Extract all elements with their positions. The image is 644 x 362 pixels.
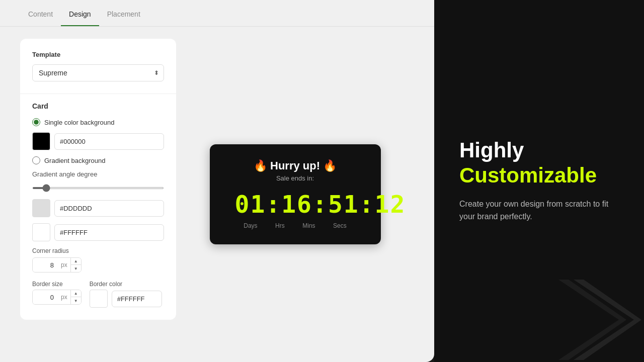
countdown-timer: 01:16:51:12 xyxy=(235,190,356,218)
single-color-radio[interactable] xyxy=(32,118,40,126)
countdown-labels: Days Hrs Mins Secs xyxy=(235,222,356,229)
tab-content[interactable]: Content xyxy=(20,0,61,26)
label-days: Days xyxy=(244,222,257,229)
gradient-color2-swatch[interactable] xyxy=(32,223,50,241)
label-mins: Mins xyxy=(302,222,315,229)
preview-area: 🔥 Hurry up! 🔥 Sale ends in: 01:16:51:12 … xyxy=(176,39,414,350)
border-size-label: Border size xyxy=(32,281,82,288)
gradient-color1-input[interactable] xyxy=(54,200,164,217)
config-panel: Template Supreme Classic Modern Minimal … xyxy=(20,39,176,320)
single-color-swatch[interactable] xyxy=(32,132,50,150)
border-size-input[interactable] xyxy=(33,291,58,304)
gradient-radio[interactable] xyxy=(32,156,40,164)
deco-chevron-icon xyxy=(553,269,644,362)
gradient-color2-row xyxy=(32,223,164,241)
gradient-color1-row xyxy=(32,199,164,217)
border-up-btn[interactable]: ▲ xyxy=(71,290,81,297)
template-select[interactable]: Supreme Classic Modern Minimal xyxy=(32,64,164,81)
slider-wrapper xyxy=(32,182,164,191)
countdown-subtitle: Sale ends in: xyxy=(235,174,356,182)
single-color-hex-input[interactable] xyxy=(54,133,164,150)
left-panel: Content Design Placement Template Suprem… xyxy=(0,0,434,362)
label-secs: Secs xyxy=(333,222,347,229)
gradient-color2-input[interactable] xyxy=(54,224,164,241)
gradient-angle-slider[interactable] xyxy=(32,187,164,189)
tab-design[interactable]: Design xyxy=(61,0,99,26)
label-hrs: Hrs xyxy=(275,222,285,229)
countdown-card: 🔥 Hurry up! 🔥 Sale ends in: 01:16:51:12 … xyxy=(210,144,381,244)
template-select-wrapper: Supreme Classic Modern Minimal ⬍ xyxy=(32,64,164,81)
border-section: Border size px ▲ ▼ Border color xyxy=(32,281,164,308)
corner-radius-label: Corner radius xyxy=(32,247,164,254)
border-color-row xyxy=(90,290,162,308)
single-color-option[interactable]: Single color background xyxy=(32,118,164,126)
border-size-input-wrapper: px ▲ ▼ xyxy=(32,290,82,305)
gradient-color1-swatch[interactable] xyxy=(32,199,50,217)
border-color-label: Border color xyxy=(90,281,162,288)
single-color-row xyxy=(32,132,164,150)
gradient-label: Gradient background xyxy=(44,157,105,164)
countdown-title: 🔥 Hurry up! 🔥 xyxy=(235,159,356,172)
border-color-swatch[interactable] xyxy=(90,290,108,308)
corner-radius-unit: px xyxy=(58,261,70,268)
tab-placement[interactable]: Placement xyxy=(99,0,148,26)
right-description: Create your own design from scratch to f… xyxy=(459,198,619,223)
right-title-white: Highly xyxy=(459,139,619,162)
gradient-option[interactable]: Gradient background xyxy=(32,156,164,164)
main-content: Template Supreme Classic Modern Minimal … xyxy=(0,27,434,362)
corner-spinner: ▲ ▼ xyxy=(70,258,81,272)
gradient-angle-label: Gradient angle degree xyxy=(32,170,164,178)
tabs-bar: Content Design Placement xyxy=(0,0,434,27)
gradient-section: Gradient angle degree xyxy=(32,170,164,191)
corner-down-btn[interactable]: ▼ xyxy=(71,265,81,272)
border-color-input[interactable] xyxy=(112,291,162,307)
border-size-group: Border size px ▲ ▼ xyxy=(32,281,82,305)
corner-up-btn[interactable]: ▲ xyxy=(71,258,81,265)
border-size-unit: px xyxy=(58,294,70,301)
right-panel: Highly Customizable Create your own desi… xyxy=(434,0,644,362)
corner-section: Corner radius px ▲ ▼ xyxy=(32,247,164,273)
border-color-group: Border color xyxy=(90,281,162,308)
corner-radius-input[interactable] xyxy=(33,258,58,272)
card-section-label: Card xyxy=(32,102,164,110)
corner-radius-input-wrapper: px ▲ ▼ xyxy=(32,257,82,273)
single-color-label: Single color background xyxy=(44,119,114,126)
right-title-green: Customizable xyxy=(459,164,619,187)
corner-border-row: px ▲ ▼ xyxy=(32,257,164,273)
divider xyxy=(20,94,176,94)
border-spinner: ▲ ▼ xyxy=(70,290,81,304)
border-down-btn[interactable]: ▼ xyxy=(71,297,81,304)
template-label: Template xyxy=(32,51,164,58)
